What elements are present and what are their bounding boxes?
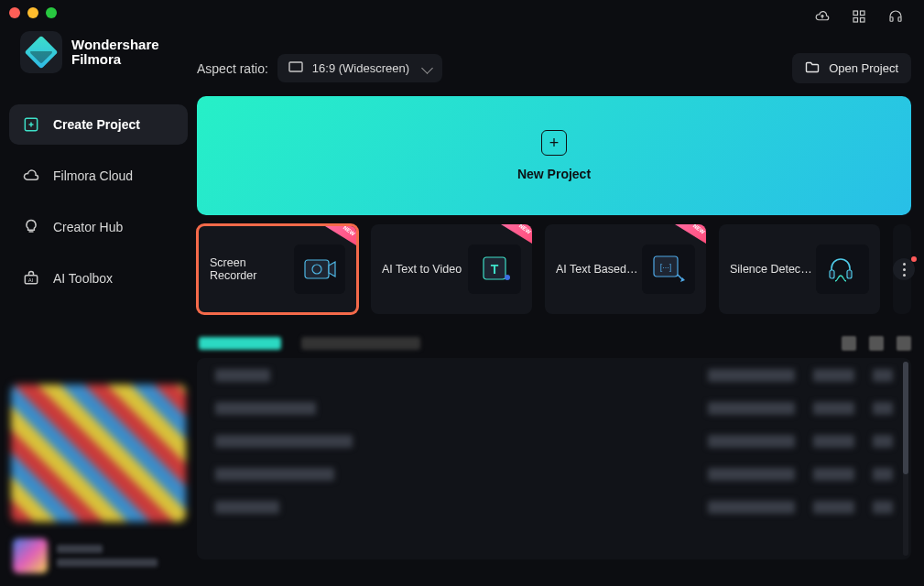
sidebar-item-ai-toolbox[interactable]: AI AI Toolbox xyxy=(9,258,188,298)
feature-card-ai-text-based-editing[interactable]: AI Text Based Editing [···] xyxy=(545,224,706,314)
avatar xyxy=(13,538,48,573)
open-project-label: Open Project xyxy=(829,61,898,75)
chevron-down-icon xyxy=(421,62,433,74)
toolbox-icon: AI xyxy=(22,269,40,288)
feature-card-ai-text-to-video[interactable]: AI Text to Video T xyxy=(371,224,532,314)
notification-dot-icon xyxy=(911,256,917,262)
svg-rect-7 xyxy=(890,17,893,22)
projects-tab-other[interactable] xyxy=(301,337,420,350)
sort-icon[interactable] xyxy=(842,336,856,351)
new-badge-icon xyxy=(325,226,356,245)
qr-grid-icon[interactable] xyxy=(851,8,867,25)
aspect-ratio-value: 16:9 (Widescreen) xyxy=(312,61,409,75)
projects-list xyxy=(197,358,911,559)
sidebar-item-create-project[interactable]: Create Project xyxy=(9,104,188,145)
aspect-ratio-select[interactable]: 16:9 (Widescreen) xyxy=(277,54,442,82)
svg-rect-10 xyxy=(305,260,329,278)
svg-rect-17 xyxy=(830,270,834,278)
feature-cards-row: Screen Recorder AI Text to Video T AI Te… xyxy=(197,224,911,314)
monitor-icon xyxy=(288,61,303,75)
window-minimize-icon[interactable] xyxy=(27,7,38,18)
logo-mark-icon xyxy=(20,31,62,73)
table-row[interactable] xyxy=(215,369,893,382)
scrollbar-thumb[interactable] xyxy=(903,362,908,474)
cloud-icon xyxy=(22,167,40,185)
folder-icon xyxy=(805,60,820,76)
projects-view-icons xyxy=(842,336,911,351)
svg-text:T: T xyxy=(491,262,499,277)
table-row[interactable] xyxy=(215,402,893,415)
svg-rect-3 xyxy=(853,11,858,16)
svg-rect-6 xyxy=(861,18,865,23)
svg-text:[···]: [···] xyxy=(660,263,672,272)
sidebar-item-creator-hub[interactable]: Creator Hub xyxy=(9,207,188,247)
new-badge-icon xyxy=(501,224,532,244)
projects-tabs xyxy=(199,336,911,351)
plus-icon: + xyxy=(541,130,567,156)
bulb-icon xyxy=(22,218,40,236)
feature-label: Silence Detection xyxy=(730,263,812,276)
svg-rect-4 xyxy=(861,11,865,16)
window-close-icon[interactable] xyxy=(9,7,20,18)
headphones-wave-icon xyxy=(816,244,869,294)
app-logo: Wondershare Filmora xyxy=(9,26,188,90)
brand-line1: Wondershare xyxy=(71,38,159,53)
svg-rect-18 xyxy=(847,270,852,278)
feature-card-screen-recorder[interactable]: Screen Recorder xyxy=(197,224,358,314)
projects-tab-local[interactable] xyxy=(199,337,281,350)
sidebar-bottom xyxy=(9,385,188,577)
sidebar-item-label: Creator Hub xyxy=(53,220,123,234)
plus-square-icon xyxy=(22,115,40,134)
aspect-row: Aspect ratio: 16:9 (Widescreen) Open Pro… xyxy=(197,26,911,96)
sidebar-nav: Create Project Filmora Cloud Creator Hub… xyxy=(9,104,188,298)
account-block[interactable] xyxy=(11,535,186,577)
table-row[interactable] xyxy=(215,435,893,448)
headset-icon[interactable] xyxy=(887,8,904,25)
logo-text: Wondershare Filmora xyxy=(71,38,159,68)
svg-text:AI: AI xyxy=(28,277,34,283)
list-view-icon[interactable] xyxy=(869,336,884,351)
aspect-ratio-label: Aspect ratio: xyxy=(197,61,268,76)
feature-label: AI Text Based Editing xyxy=(556,263,638,276)
svg-rect-9 xyxy=(289,62,302,71)
feature-more-button[interactable] xyxy=(893,258,915,280)
grid-view-icon[interactable] xyxy=(897,336,911,351)
table-row[interactable] xyxy=(215,501,893,514)
new-project-card[interactable]: + New Project xyxy=(197,96,911,215)
cloud-upload-icon[interactable] xyxy=(814,8,831,25)
sidebar-item-label: Filmora Cloud xyxy=(53,168,133,183)
topbar xyxy=(197,0,911,26)
table-row[interactable] xyxy=(215,468,893,481)
brand-line2: Filmora xyxy=(71,52,159,68)
svg-rect-5 xyxy=(853,18,858,23)
more-dots-icon xyxy=(903,268,906,271)
promo-card[interactable] xyxy=(11,385,186,522)
svg-rect-8 xyxy=(898,17,901,22)
scrollbar[interactable] xyxy=(903,362,908,556)
feature-label: Screen Recorder xyxy=(210,256,294,282)
main-area: Aspect ratio: 16:9 (Widescreen) Open Pro… xyxy=(197,0,924,586)
svg-point-14 xyxy=(505,275,510,280)
feature-label: AI Text to Video xyxy=(382,263,462,276)
sidebar-item-label: Create Project xyxy=(53,117,140,132)
text-t-icon: T xyxy=(468,244,521,294)
window-traffic-lights[interactable] xyxy=(9,7,57,18)
sidebar: Wondershare Filmora Create Project Filmo… xyxy=(0,0,197,586)
account-info xyxy=(57,545,158,567)
camera-icon xyxy=(294,244,345,294)
open-project-button[interactable]: Open Project xyxy=(792,53,911,83)
sidebar-item-label: AI Toolbox xyxy=(53,271,113,286)
text-editing-icon: [···] xyxy=(642,244,695,294)
feature-card-silence-detection[interactable]: Silence Detection xyxy=(719,224,880,314)
sidebar-item-filmora-cloud[interactable]: Filmora Cloud xyxy=(9,156,188,196)
window-maximize-icon[interactable] xyxy=(46,7,57,18)
new-badge-icon xyxy=(675,224,706,244)
new-project-label: New Project xyxy=(517,167,591,181)
